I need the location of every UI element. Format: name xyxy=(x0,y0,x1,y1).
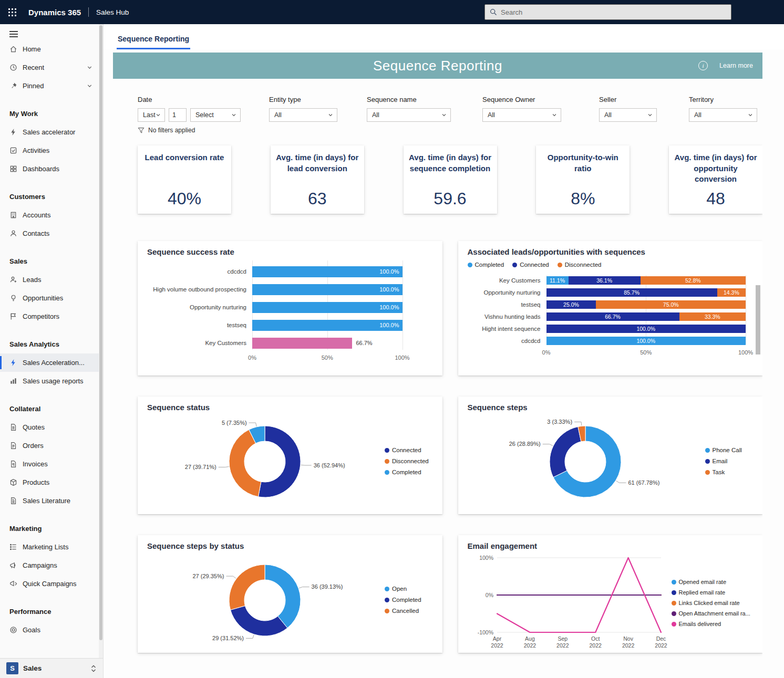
stacked-segment-disconnected[interactable]: 33.3% xyxy=(679,312,746,321)
app-launcher-button[interactable] xyxy=(0,0,24,24)
sidebar-item-sales-accelerator[interactable]: Sales accelerator xyxy=(0,123,99,141)
legend-item-connected[interactable]: Connected xyxy=(512,262,549,268)
sidebar-item-recent[interactable]: Recent xyxy=(0,58,99,77)
sidebar-item-leads[interactable]: Leads xyxy=(0,270,99,289)
date-unit-select[interactable]: Select xyxy=(190,108,241,122)
sidebar-item-invoices[interactable]: Invoices xyxy=(0,455,99,473)
x-axis-tick-year: 2022 xyxy=(523,642,536,649)
sidebar-item-opportunities[interactable]: Opportunities xyxy=(0,289,99,307)
seller-select[interactable]: All xyxy=(599,108,657,122)
sidebar-item-label: Dashboards xyxy=(23,165,96,173)
entity-type-value: All xyxy=(274,111,282,119)
sequence-owner-select[interactable]: All xyxy=(482,108,561,122)
legend-item-completed[interactable]: Completed xyxy=(385,597,421,603)
chart-scrollbar[interactable] xyxy=(756,285,760,354)
legend-item-open-attachment-email-ra[interactable]: Open Attachment email ra... xyxy=(672,610,750,617)
sidebar-item-sales-usage-reports[interactable]: Sales usage reports xyxy=(0,372,99,390)
segment-value-label: 14.3% xyxy=(724,289,739,296)
sidebar-item-marketing-lists[interactable]: Marketing Lists xyxy=(0,538,99,556)
donut-slice-label: 61 (67.78%) xyxy=(628,479,659,486)
stacked-bar-row: Vishnu hunting leads66.7%33.3% xyxy=(468,310,754,322)
stacked-segment-disconnected[interactable]: 52.8% xyxy=(641,276,746,285)
legend-label: Emails delivered xyxy=(679,621,721,627)
menu-toggle-button[interactable] xyxy=(0,24,103,40)
sidebar-item-activities[interactable]: Activities xyxy=(0,141,99,160)
donut-slice-completed[interactable] xyxy=(231,606,287,636)
sidebar-item-pinned[interactable]: Pinned xyxy=(0,77,99,95)
legend-item-open[interactable]: Open xyxy=(385,586,421,592)
sidebar-item-home[interactable]: Home xyxy=(0,40,99,58)
legend-item-task[interactable]: Task xyxy=(705,469,742,475)
bar[interactable]: 100.0% xyxy=(252,266,403,277)
learn-more-link[interactable]: Learn more xyxy=(719,62,753,69)
legend-item-links-clicked-email-rate[interactable]: Links Clicked email rate xyxy=(672,600,750,606)
donut-slice-email[interactable] xyxy=(550,426,581,477)
stacked-segment-disconnected[interactable]: 75.0% xyxy=(596,300,746,309)
search-input[interactable] xyxy=(501,8,726,16)
bar[interactable] xyxy=(252,338,352,349)
sidebar-item-quick-campaigns[interactable]: Quick Campaigns xyxy=(0,575,99,593)
sidebar-item-orders[interactable]: Orders xyxy=(0,436,99,455)
sidebar-item-competitors[interactable]: Competitors xyxy=(0,307,99,326)
entity-type-select[interactable]: All xyxy=(269,108,337,122)
app-window: Dynamics 365 Sales Hub HomeRecentPinnedM… xyxy=(0,0,784,678)
scrollbar-thumb[interactable] xyxy=(756,285,760,354)
stacked-segment-connected[interactable]: 85.7% xyxy=(546,288,717,297)
sidebar-item-dashboards[interactable]: Dashboards xyxy=(0,160,99,178)
territory-select[interactable]: All xyxy=(689,108,757,122)
label-leader-line xyxy=(246,635,254,639)
kpi-value: 59.6 xyxy=(434,189,466,208)
sidebar-item-label: Quotes xyxy=(23,423,96,431)
sidebar-item-products[interactable]: Products xyxy=(0,473,99,492)
x-axis-tick-year: 2022 xyxy=(655,642,667,649)
stacked-segment-disconnected[interactable]: 14.3% xyxy=(717,288,746,297)
stacked-segment-completed[interactable]: 100.0% xyxy=(546,337,746,345)
bar[interactable]: 100.0% xyxy=(252,302,403,313)
legend-item-email[interactable]: Email xyxy=(705,458,742,464)
legend-item-cancelled[interactable]: Cancelled xyxy=(385,608,421,614)
search-box[interactable] xyxy=(484,4,731,20)
sequence-name-select[interactable]: All xyxy=(367,108,451,122)
topbar-divider xyxy=(88,7,89,17)
donut-slice-open[interactable] xyxy=(265,565,301,628)
legend-item-emails-delivered[interactable]: Emails delivered xyxy=(672,621,750,627)
stacked-segment-completed[interactable]: 11.1% xyxy=(546,276,569,285)
bar[interactable]: 100.0% xyxy=(252,320,403,331)
stacked-segment-connected[interactable]: 100.0% xyxy=(546,325,746,333)
search-icon xyxy=(490,8,497,16)
legend-item-phone-call[interactable]: Phone Call xyxy=(705,447,742,453)
seller-value: All xyxy=(604,111,612,119)
stacked-segment-connected[interactable]: 66.7% xyxy=(546,312,679,321)
legend-item-completed[interactable]: Completed xyxy=(468,262,504,268)
sidebar-item-campaigns[interactable]: Campaigns xyxy=(0,556,99,575)
info-icon[interactable]: i xyxy=(698,61,708,70)
app-name[interactable]: Sales Hub xyxy=(96,8,129,16)
area-switcher[interactable]: S Sales xyxy=(0,658,103,678)
legend-item-completed[interactable]: Completed xyxy=(385,469,429,475)
sidebar-item-accounts[interactable]: Accounts xyxy=(0,206,99,224)
date-range-select[interactable]: Last xyxy=(138,108,165,122)
bar[interactable]: 100.0% xyxy=(252,284,403,295)
scrollbar-thumb[interactable] xyxy=(99,25,102,640)
stacked-segment-connected[interactable]: 36.1% xyxy=(569,276,641,285)
sidebar-item-contacts[interactable]: Contacts xyxy=(0,224,99,243)
sidebar-item-label: Sales usage reports xyxy=(23,377,96,385)
sidebar-item-sales-acceleration[interactable]: Sales Acceleration... xyxy=(0,353,99,372)
sidebar-item-sales-literature[interactable]: Sales Literature xyxy=(0,492,99,510)
date-count-input[interactable] xyxy=(169,108,187,122)
donut-slice-label: 5 (7.35%) xyxy=(222,420,247,426)
legend-item-disconnected[interactable]: Disconnected xyxy=(385,458,429,464)
sidebar-scrollbar[interactable] xyxy=(99,24,103,658)
stacked-segment-connected[interactable]: 25.0% xyxy=(546,300,596,309)
sidebar-item-quotes[interactable]: Quotes xyxy=(0,418,99,436)
legend-item-disconnected[interactable]: Disconnected xyxy=(558,262,602,268)
tab-sequence-reporting[interactable]: Sequence Reporting xyxy=(117,35,190,49)
legend-item-connected[interactable]: Connected xyxy=(385,447,429,453)
legend-item-replied-email-rate[interactable]: Replied email rate xyxy=(672,589,750,596)
bar-category-label: Hight intent sequence xyxy=(468,326,546,332)
legend-item-opened-email-rate[interactable]: Opened email rate xyxy=(672,579,750,585)
stacked-bar-row: Key Customers11.1%36.1%52.8% xyxy=(468,274,754,286)
donut-slice-cancelled[interactable] xyxy=(229,565,265,610)
sidebar-item-goals[interactable]: Goals xyxy=(0,621,99,639)
bar-row: cdcdcd100.0% xyxy=(147,263,433,280)
